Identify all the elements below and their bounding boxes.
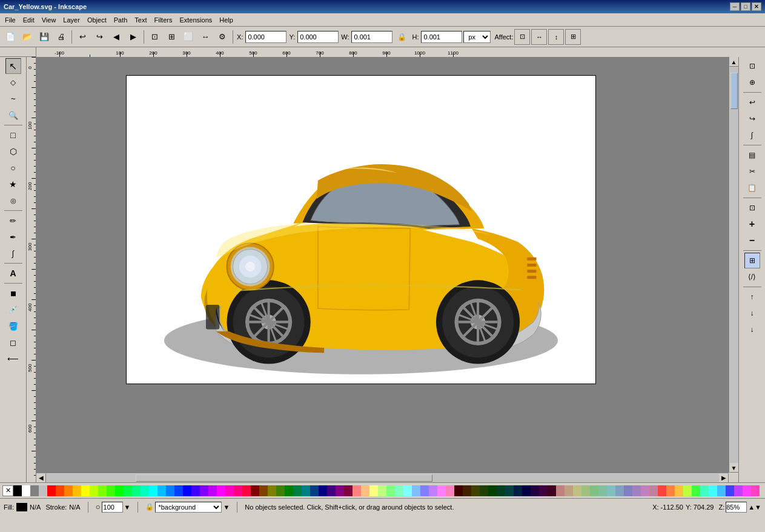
color-swatch-71[interactable]: [615, 485, 624, 496]
scroll-left-button[interactable]: ◀: [36, 473, 46, 483]
tool-circle[interactable]: ○: [5, 160, 21, 176]
color-swatch-77[interactable]: [666, 485, 675, 496]
h-input[interactable]: [421, 31, 462, 43]
tool-calligraphy[interactable]: ∫: [5, 245, 21, 261]
tool-paint[interactable]: 🪣: [5, 318, 21, 334]
color-swatch-65[interactable]: [565, 485, 573, 496]
zoom-width[interactable]: ↔: [197, 29, 213, 45]
color-swatch-87[interactable]: [751, 485, 760, 496]
color-swatch-37[interactable]: [327, 485, 336, 496]
color-swatch-54[interactable]: [471, 485, 480, 496]
color-swatch-69[interactable]: [598, 485, 607, 496]
color-swatch-6[interactable]: [64, 485, 73, 496]
color-swatch-62[interactable]: [539, 485, 548, 496]
color-swatch-50[interactable]: [437, 485, 446, 496]
color-swatch-72[interactable]: [624, 485, 632, 496]
color-swatch-20[interactable]: [183, 485, 191, 496]
zoom-input[interactable]: [726, 502, 747, 513]
color-swatch-10[interactable]: [98, 485, 107, 496]
affect-btn-4[interactable]: ⊞: [565, 29, 581, 45]
color-swatch-61[interactable]: [531, 485, 539, 496]
scroll-right-button[interactable]: ▶: [719, 473, 729, 483]
color-swatch-75[interactable]: [649, 485, 658, 496]
zoom-arrows[interactable]: ▲▼: [748, 504, 761, 511]
color-swatch-3[interactable]: [39, 485, 47, 496]
prev-button[interactable]: ◀: [108, 29, 124, 45]
color-swatch-86[interactable]: [743, 485, 751, 496]
rp-import2[interactable]: ↓: [744, 322, 760, 337]
color-swatch-53[interactable]: [463, 485, 471, 496]
color-swatch-29[interactable]: [259, 485, 268, 496]
layer-arrow[interactable]: ▼: [223, 504, 230, 511]
open-button[interactable]: 📂: [19, 29, 35, 45]
rp-paste[interactable]: 📋: [744, 180, 760, 196]
color-swatch-18[interactable]: [166, 485, 174, 496]
color-swatch-76[interactable]: [658, 485, 666, 496]
color-swatch-7[interactable]: [73, 485, 81, 496]
color-swatch-63[interactable]: [548, 485, 556, 496]
no-color-swatch[interactable]: ✕: [2, 485, 13, 496]
color-swatch-78[interactable]: [675, 485, 683, 496]
color-swatch-83[interactable]: [717, 485, 726, 496]
color-swatch-80[interactable]: [692, 485, 700, 496]
color-swatch-47[interactable]: [412, 485, 420, 496]
rp-panel[interactable]: ▤: [744, 147, 760, 163]
w-input[interactable]: [351, 31, 392, 43]
tool-selector[interactable]: ↖: [5, 58, 21, 74]
rp-grid[interactable]: ⊞: [744, 253, 760, 268]
rp-undo[interactable]: ↩: [744, 95, 760, 110]
color-swatch-22[interactable]: [200, 485, 208, 496]
scroll-thumb-v[interactable]: [730, 73, 738, 109]
scroll-track-v[interactable]: [730, 67, 738, 463]
color-swatch-34[interactable]: [302, 485, 310, 496]
zoom-page[interactable]: ⬜: [180, 29, 196, 45]
tool-zoom[interactable]: 🔍: [5, 107, 21, 123]
rp-cut[interactable]: ✂: [744, 164, 760, 179]
color-swatch-39[interactable]: [344, 485, 353, 496]
color-swatch-49[interactable]: [429, 485, 437, 496]
vertical-scrollbar[interactable]: ▲ ▼: [729, 57, 738, 473]
color-swatch-42[interactable]: [369, 485, 378, 496]
color-swatch-16[interactable]: [149, 485, 157, 496]
menu-item-filters[interactable]: Filters: [151, 15, 176, 25]
color-swatch-32[interactable]: [285, 485, 293, 496]
zoom-drawing[interactable]: ⊞: [164, 29, 179, 45]
menu-item-help[interactable]: Help: [216, 15, 237, 25]
rp-zoom-in[interactable]: +: [744, 216, 760, 232]
affect-btn-2[interactable]: ↔: [531, 29, 547, 45]
color-swatch-64[interactable]: [556, 485, 565, 496]
color-swatch-58[interactable]: [505, 485, 514, 496]
color-swatch-43[interactable]: [378, 485, 386, 496]
x-input[interactable]: [245, 31, 286, 43]
color-swatch-52[interactable]: [454, 485, 463, 496]
tool-node[interactable]: ◇: [5, 75, 21, 90]
zoom-selection[interactable]: ⊡: [147, 29, 162, 45]
rp-zoom-fit[interactable]: ⊡: [744, 200, 760, 216]
scroll-thumb-h[interactable]: [136, 474, 432, 482]
color-swatch-23[interactable]: [208, 485, 217, 496]
color-swatch-74[interactable]: [641, 485, 649, 496]
color-swatch-82[interactable]: [709, 485, 717, 496]
color-swatch-41[interactable]: [361, 485, 369, 496]
tool-star[interactable]: ★: [5, 176, 21, 192]
color-swatch-30[interactable]: [268, 485, 276, 496]
color-swatch-28[interactable]: [251, 485, 259, 496]
menu-item-extensions[interactable]: Extensions: [176, 15, 216, 25]
color-swatch-33[interactable]: [293, 485, 302, 496]
color-swatch-46[interactable]: [403, 485, 412, 496]
color-swatch-19[interactable]: [174, 485, 183, 496]
rp-import[interactable]: ↓: [744, 305, 760, 321]
color-swatch-27[interactable]: [242, 485, 251, 496]
undo-button[interactable]: ↩: [75, 29, 90, 45]
opacity-input[interactable]: [102, 502, 123, 513]
color-swatch-4[interactable]: [47, 485, 56, 496]
rp-xml[interactable]: ⟨/⟩: [744, 269, 760, 285]
menu-item-edit[interactable]: Edit: [19, 15, 38, 25]
tool-pencil[interactable]: ✏: [5, 213, 21, 228]
affect-btn-1[interactable]: ⊡: [514, 29, 530, 45]
color-swatch-84[interactable]: [726, 485, 734, 496]
color-swatch-38[interactable]: [336, 485, 344, 496]
print-button[interactable]: 🖨: [53, 29, 69, 45]
tb-extra[interactable]: ⚙: [214, 29, 230, 45]
menu-item-object[interactable]: Object: [84, 15, 110, 25]
